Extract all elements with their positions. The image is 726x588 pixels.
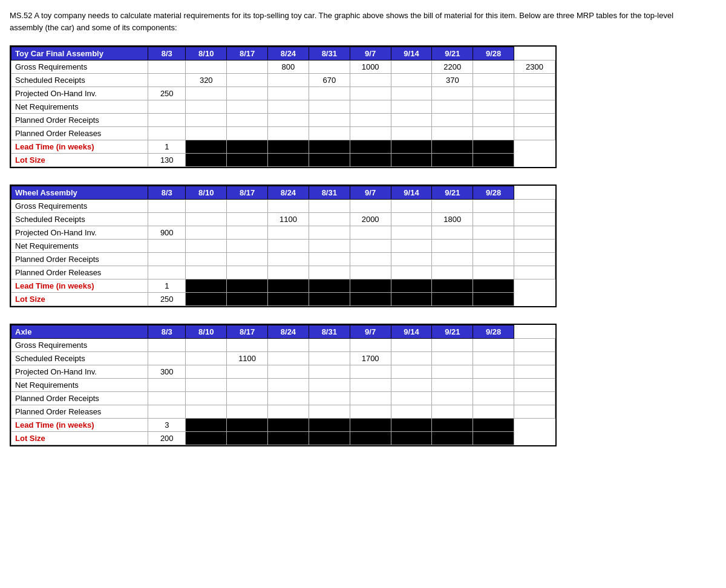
cell-r1-c6: 1800 <box>432 213 473 226</box>
cell-r4-c7 <box>473 392 514 405</box>
cell-r0-c3 <box>309 200 350 213</box>
cell-r5-c0 <box>186 405 227 419</box>
lot-size-black-2 <box>268 432 309 445</box>
lot-size-black-4 <box>350 154 391 167</box>
lead-time-black-0 <box>186 279 227 293</box>
lot-size-value: 130 <box>148 154 186 167</box>
cell-r0-c8 <box>514 200 555 213</box>
lead-time-black-4 <box>350 140 391 154</box>
cell-r5-c3 <box>309 266 350 279</box>
cell-r1-c1 <box>227 74 268 87</box>
table-row: Planned Order Releases <box>11 405 555 419</box>
lot-size-black-5 <box>391 154 432 167</box>
cell-r5-c8 <box>514 266 555 279</box>
row-label-0: Gross Requirements <box>11 339 148 352</box>
cell-r1-c8 <box>514 352 555 365</box>
cell-r2-c1 <box>227 87 268 100</box>
cell-r3-c8 <box>514 100 555 114</box>
cell-r0-c3 <box>309 60 350 74</box>
cell-r2-c0 <box>186 226 227 240</box>
cell-r0-c8: 2300 <box>514 60 555 74</box>
col-header-8/10: 8/10 <box>186 47 227 60</box>
lead-time-black-2 <box>268 140 309 154</box>
mrp-table-wheel-assembly: Wheel Assembly8/38/108/178/248/319/79/14… <box>10 185 557 307</box>
col-header-9/14: 9/14 <box>391 47 432 60</box>
row-label-4: Planned Order Receipts <box>11 114 148 127</box>
cell-r3-c5 <box>391 379 432 392</box>
lead-time-label: Lead Time (in weeks) <box>11 140 148 154</box>
cell-r0-c1 <box>227 200 268 213</box>
table-row: Net Requirements <box>11 379 555 392</box>
lead-time-row: Lead Time (in weeks)3 <box>11 419 555 432</box>
lot-size-black-0 <box>186 154 227 167</box>
table-row: Gross Requirements <box>11 339 555 352</box>
cell-r5-c7 <box>473 127 514 140</box>
cell-r3-c2 <box>268 379 309 392</box>
cell-r0-c2 <box>268 200 309 213</box>
cell-r5-c6 <box>432 127 473 140</box>
col-header-9/28: 9/28 <box>473 47 514 60</box>
row-initial-4 <box>148 114 186 127</box>
table-row: Scheduled Receipts320670370 <box>11 74 555 87</box>
col-header-8/3: 8/3 <box>148 325 186 339</box>
cell-r2-c7 <box>473 365 514 379</box>
cell-r2-c8 <box>514 226 555 240</box>
table-row: Scheduled Receipts11001700 <box>11 352 555 365</box>
cell-r5-c4 <box>350 127 391 140</box>
row-label-3: Net Requirements <box>11 379 148 392</box>
col-header-8/10: 8/10 <box>186 325 227 339</box>
lot-size-black-4 <box>350 293 391 306</box>
cell-r0-c0 <box>186 200 227 213</box>
cell-r0-c0 <box>186 60 227 74</box>
lot-size-value: 250 <box>148 293 186 306</box>
cell-r0-c1 <box>227 339 268 352</box>
cell-r0-c5 <box>391 200 432 213</box>
cell-r3-c3 <box>309 100 350 114</box>
cell-r5-c7 <box>473 266 514 279</box>
lead-time-black-7 <box>473 140 514 154</box>
cell-r5-c1 <box>227 405 268 419</box>
col-header-9/7: 9/7 <box>350 47 391 60</box>
cell-r5-c6 <box>432 266 473 279</box>
cell-r4-c5 <box>391 253 432 266</box>
cell-r3-c2 <box>268 100 309 114</box>
cell-r1-c1: 1100 <box>227 352 268 365</box>
cell-r0-c7 <box>473 200 514 213</box>
cell-r2-c5 <box>391 87 432 100</box>
cell-r1-c3 <box>309 213 350 226</box>
row-initial-2: 900 <box>148 226 186 240</box>
cell-r1-c7 <box>473 74 514 87</box>
cell-r0-c7 <box>473 339 514 352</box>
lead-time-black-4 <box>350 419 391 432</box>
cell-r2-c7 <box>473 87 514 100</box>
cell-r2-c6 <box>432 226 473 240</box>
cell-r3-c8 <box>514 379 555 392</box>
table-row: Projected On-Hand Inv.900 <box>11 226 555 240</box>
table-row: Planned Order Receipts <box>11 392 555 405</box>
cell-r5-c0 <box>186 266 227 279</box>
cell-r1-c3 <box>309 352 350 365</box>
lot-size-black-2 <box>268 293 309 306</box>
lot-size-row: Lot Size130 <box>11 154 555 167</box>
lot-size-black-1 <box>227 154 268 167</box>
cell-r0-c5 <box>391 60 432 74</box>
col-header-8/10: 8/10 <box>186 186 227 200</box>
col-header-8/3: 8/3 <box>148 47 186 60</box>
table-row: Projected On-Hand Inv.250 <box>11 87 555 100</box>
cell-r4-c3 <box>309 114 350 127</box>
cell-r3-c7 <box>473 379 514 392</box>
lot-size-black-7 <box>473 432 514 445</box>
cell-r1-c6: 370 <box>432 74 473 87</box>
cell-r1-c2 <box>268 352 309 365</box>
col-header-8/31: 8/31 <box>309 186 350 200</box>
lead-time-black-2 <box>268 419 309 432</box>
cell-r0-c2 <box>268 339 309 352</box>
cell-r4-c4 <box>350 253 391 266</box>
lot-size-black-5 <box>391 293 432 306</box>
cell-r3-c0 <box>186 240 227 253</box>
col-header-8/24: 8/24 <box>268 47 309 60</box>
cell-r5-c2 <box>268 405 309 419</box>
cell-r0-c7 <box>473 60 514 74</box>
lead-time-black-1 <box>227 140 268 154</box>
cell-r3-c1 <box>227 379 268 392</box>
